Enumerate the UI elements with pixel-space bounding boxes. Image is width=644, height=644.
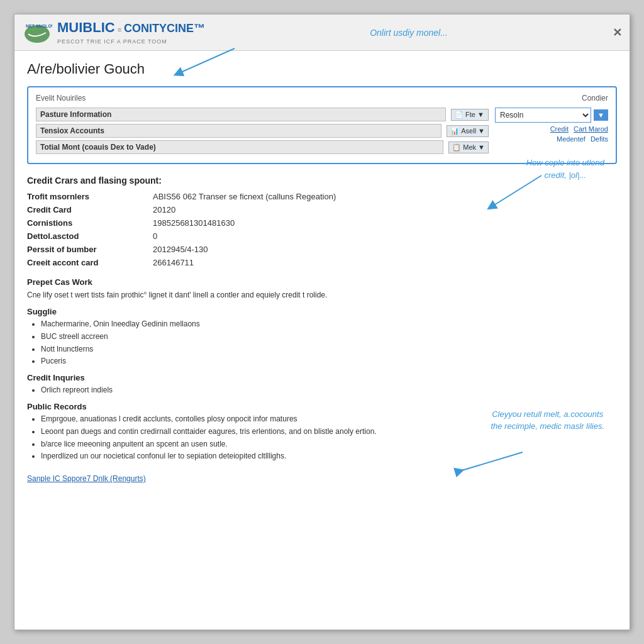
panel-row-1: Pasture Information 📄 Fte ▼ bbox=[36, 108, 489, 121]
panel-links-bottom: Medentef Defits bbox=[495, 135, 608, 143]
resolve-area: Resoln ▼ bbox=[495, 108, 608, 123]
profit-value: ABIS56 062 Transer se ficnext (calluns R… bbox=[153, 192, 336, 201]
panel-row3-label: Totial Mont (coauis Dex to Vade) bbox=[36, 140, 443, 154]
logo-icon: NET SNGLOW bbox=[22, 20, 52, 45]
list-item: Nott lnunctlerns bbox=[41, 344, 617, 355]
row2-chevron-icon: ▼ bbox=[478, 127, 485, 135]
credit-card-value: 20120 bbox=[153, 205, 175, 214]
logo-area: NET SNGLOW MUIBLIC ≡ CONITYCINE™ PESCOT … bbox=[22, 19, 205, 45]
list-item: BUC streell accreen bbox=[41, 331, 617, 342]
section3-list: Machermarine, Onin lneedlay Gedinin mell… bbox=[27, 319, 617, 367]
creeit-label: Creeit accont card bbox=[27, 258, 153, 267]
panel-header-left: Evelit Nouiriles bbox=[36, 94, 86, 103]
panel-row2-dropdown[interactable]: 📊 Asell ▼ bbox=[447, 125, 489, 137]
creeit-value: 266146711 bbox=[153, 258, 194, 267]
medentef-link[interactable]: Medentef bbox=[557, 135, 586, 143]
panel-links-top: Credit Cart Marod bbox=[495, 125, 608, 133]
row1-dropdown-label: Fte bbox=[465, 111, 475, 118]
panel-row1-dropdown[interactable]: 📄 Fte ▼ bbox=[451, 109, 489, 121]
callout-top-text: Onlirt usdiy monel... bbox=[370, 28, 448, 38]
section2-title: Prepet Cas Work bbox=[27, 277, 617, 287]
section4-title: Credit Inquries bbox=[27, 373, 617, 382]
callout-bottom-text: Cleyyou retull melt, a.cocounts the reci… bbox=[491, 408, 604, 433]
close-button[interactable]: ✕ bbox=[613, 26, 622, 40]
title-bar: NET SNGLOW MUIBLIC ≡ CONITYCINE™ PESCOT … bbox=[14, 14, 630, 51]
panel-header: Evelit Nouiriles Condier bbox=[36, 94, 608, 103]
cornistions-value: 198525681301481630 bbox=[153, 218, 235, 228]
row1-chevron-icon: ▼ bbox=[477, 111, 484, 118]
profit-label: Trofit msornlers bbox=[27, 192, 153, 201]
section2-text: Cne lify oset t wert tists fain prothic°… bbox=[27, 289, 617, 301]
sugglie-section: Sugglie Machermarine, Onin lneedlay Gedi… bbox=[27, 307, 617, 367]
resolve-arrow-button[interactable]: ▼ bbox=[594, 109, 608, 121]
svg-text:NET SNGLOW: NET SNGLOW bbox=[26, 24, 52, 28]
credit-link[interactable]: Credit bbox=[550, 125, 569, 133]
section3-title: Sugglie bbox=[27, 307, 617, 316]
panel-row3-dropdown[interactable]: 📋 Mek ▼ bbox=[448, 142, 489, 153]
list-item: Puceris bbox=[41, 356, 617, 367]
row3-chevron-icon: ▼ bbox=[478, 143, 485, 151]
cart-marod-link[interactable]: Cart Marod bbox=[574, 125, 608, 133]
middle-section: How cople into utlend credit, |ol|... Cr… bbox=[27, 175, 617, 462]
row3-dropdown-label: Mek bbox=[463, 143, 476, 151]
resolve-select[interactable]: Resoln bbox=[495, 108, 591, 123]
arrow-top-svg bbox=[140, 42, 266, 80]
credit-inquiries-section: Credit Inquries Orlich repreort indiels bbox=[27, 373, 617, 396]
file-icon: 📄 bbox=[455, 111, 464, 119]
dettol-row: Dettol.asctod 0 bbox=[27, 231, 617, 241]
logo-text-area: MUIBLIC ≡ CONITYCINE™ PESCOT TRIE ICF A … bbox=[57, 19, 205, 45]
section4-list: Orlich repreort indiels bbox=[27, 385, 617, 396]
panel-row2-label: Tensiox Accounts bbox=[36, 124, 441, 138]
mek-icon: 📋 bbox=[452, 143, 461, 152]
arrow-bottom-svg bbox=[447, 440, 535, 490]
creeit-row: Creeit accont card 266146711 bbox=[27, 258, 617, 267]
credit-card-label: Credit Card bbox=[27, 205, 153, 214]
row2-dropdown-label: Asell bbox=[461, 127, 476, 135]
list-item: Orlich repreort indiels bbox=[41, 385, 617, 396]
arrow-middle-svg bbox=[479, 169, 554, 219]
cornistions-label: Cornistions bbox=[27, 218, 153, 228]
cornistions-row: Cornistions 198525681301481630 bbox=[27, 218, 617, 228]
filter-panel: Evelit Nouiriles Condier Pasture Informa… bbox=[27, 86, 617, 164]
perssit-value: 2012945/4-130 bbox=[153, 245, 208, 254]
panel-header-right: Condier bbox=[582, 94, 608, 103]
main-window: NET SNGLOW MUIBLIC ≡ CONITYCINE™ PESCOT … bbox=[14, 14, 630, 630]
dettol-label: Dettol.asctod bbox=[27, 231, 153, 241]
defits-link[interactable]: Defits bbox=[591, 135, 608, 143]
perssit-row: Perssit of bumber 2012945/4-130 bbox=[27, 245, 617, 254]
page-title: A/re/bolivier Gouch bbox=[27, 61, 617, 77]
list-item: Machermarine, Onin lneedlay Gedinin mell… bbox=[41, 319, 617, 330]
public-records-section: Public Records Emprgoue, anuationas l cr… bbox=[27, 402, 617, 462]
logo-main: MUIBLIC bbox=[57, 19, 115, 36]
perssit-label: Perssit of bumber bbox=[27, 245, 153, 254]
asset-icon: 📊 bbox=[450, 127, 459, 135]
dettol-value: 0 bbox=[153, 231, 157, 241]
panel-rows: Pasture Information 📄 Fte ▼ Tensiox Acco… bbox=[36, 108, 489, 157]
panel-row-2: Tensiox Accounts 📊 Asell ▼ bbox=[36, 124, 489, 138]
page-content: A/re/bolivier Gouch Evelit Nouiriles Con… bbox=[14, 51, 630, 493]
prepet-section: Prepet Cas Work Cne lify oset t wert tis… bbox=[27, 277, 617, 301]
logo-separator: ≡ bbox=[118, 26, 121, 33]
panel-row-3: Totial Mont (coauis Dex to Vade) 📋 Mek ▼ bbox=[36, 140, 489, 154]
panel-row1-label: Pasture Information bbox=[36, 108, 446, 121]
logo-suffix: CONITYCINE™ bbox=[124, 22, 205, 35]
panel-right: Resoln ▼ Credit Cart Marod Medentef Defi… bbox=[495, 108, 608, 143]
